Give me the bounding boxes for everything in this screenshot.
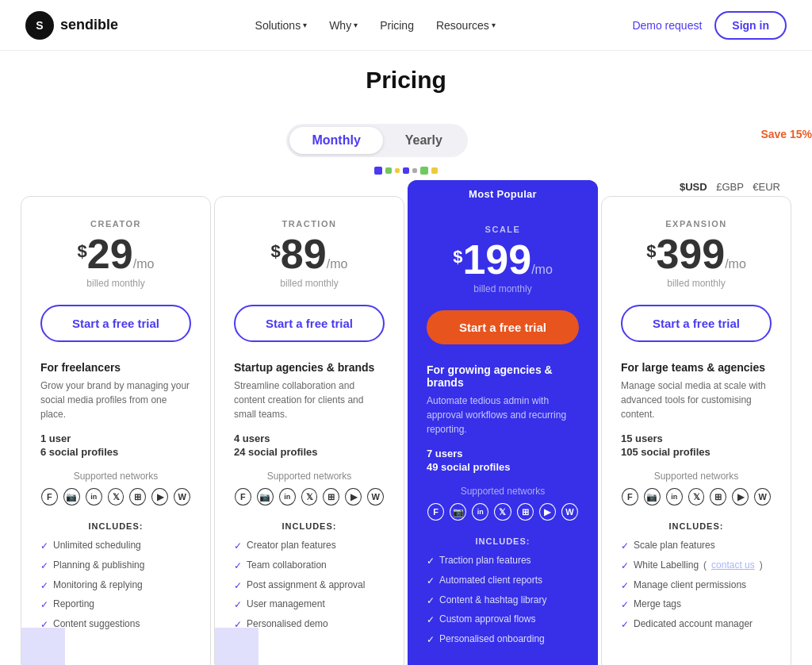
decorative-dots xyxy=(0,167,812,175)
feature-list-creator: ✓Unlimited scheduling ✓Planning & publis… xyxy=(40,539,191,632)
feature-item: ✓Team collaboration xyxy=(234,559,385,573)
plan-price-traction: $89/mo xyxy=(234,233,385,275)
sign-in-button[interactable]: Sign in xyxy=(714,11,787,40)
feature-item: ✓Merge tags xyxy=(621,598,772,612)
check-icon: ✓ xyxy=(40,540,48,553)
google-icon: ⊞ xyxy=(710,488,726,505)
plan-label-expansion: EXPANSION xyxy=(621,219,772,229)
youtube-icon: ▶ xyxy=(345,488,362,505)
chevron-down-icon: ▾ xyxy=(492,21,496,29)
facebook-icon: F xyxy=(41,488,58,505)
dot xyxy=(420,167,428,175)
feature-item: ✓Reporting xyxy=(40,598,191,612)
plan-profiles-expansion: 105 social profiles xyxy=(621,446,772,458)
plan-price-scale: $199/mo xyxy=(427,239,579,280)
check-icon: ✓ xyxy=(234,559,242,573)
feature-item: ✓Automated client reports xyxy=(427,574,579,588)
dot xyxy=(385,167,392,174)
plan-desc-expansion: Manage social media at scale with advanc… xyxy=(621,379,772,421)
plan-traction: TRACTION $89/mo billed monthly Start a f… xyxy=(214,196,404,665)
contact-us-link[interactable]: contact us xyxy=(711,559,755,572)
billed-note-scale: billed monthly xyxy=(427,283,579,294)
wordpress-icon: W xyxy=(561,503,578,521)
feature-item: ✓Dedicated account manager xyxy=(621,617,772,632)
dot xyxy=(431,167,438,174)
feature-item: ✓Creator plan features xyxy=(234,539,385,553)
instagram-icon: 📷 xyxy=(644,488,661,505)
includes-label-expansion: INCLUDES: xyxy=(621,521,772,531)
feature-list-expansion: ✓Scale plan features ✓White Labelling (c… xyxy=(621,539,772,632)
currency-gbp[interactable]: £GBP xyxy=(716,181,743,193)
feature-item: ✓Post assignment & approval xyxy=(234,579,385,593)
feature-item: ✓Custom approval flows xyxy=(427,613,579,627)
plan-profiles-scale: 49 social profiles xyxy=(427,461,579,473)
linkedin-icon: in xyxy=(472,503,488,521)
currency-usd[interactable]: $USD xyxy=(680,181,707,193)
trial-btn-traction[interactable]: Start a free trial xyxy=(234,305,385,342)
nav-resources[interactable]: Resources ▾ xyxy=(436,19,496,32)
check-icon: ✓ xyxy=(621,540,629,553)
feature-item: ✓Personalised onboarding xyxy=(427,632,579,647)
plan-price-creator: $29/mo xyxy=(40,233,191,275)
plan-label-creator: CREATOR xyxy=(40,219,191,229)
demo-request-link[interactable]: Demo request xyxy=(632,19,702,32)
network-icons-scale: F📷in𝕏⊞▶W xyxy=(427,503,579,521)
trial-btn-creator[interactable]: Start a free trial xyxy=(40,305,191,342)
popular-badge: Most Popular xyxy=(408,180,598,208)
currency-symbol: $ xyxy=(78,233,87,262)
blue-corner-decoration xyxy=(215,628,259,665)
network-icons-expansion: F📷in𝕏⊞▶W xyxy=(621,488,772,505)
trial-btn-scale[interactable]: Start a free trial xyxy=(427,310,579,344)
plan-users-traction: 4 users xyxy=(234,432,385,444)
nav-why[interactable]: Why ▾ xyxy=(329,19,358,32)
includes-label-scale: INCLUDES: xyxy=(427,536,579,546)
save-badge: Save 15% xyxy=(760,128,812,140)
facebook-icon: F xyxy=(622,488,638,505)
plan-desc-traction: Streamline collaboration and content cre… xyxy=(234,379,385,421)
twitter-icon: 𝕏 xyxy=(108,488,124,505)
navbar: S sendible Solutions ▾ Why ▾ Pricing Res… xyxy=(0,0,812,51)
network-icons-creator: F📷in𝕏⊞▶W xyxy=(40,488,191,505)
check-icon: ✓ xyxy=(621,598,629,612)
plan-desc-title-expansion: For large teams & agencies xyxy=(621,361,772,374)
currency-eur[interactable]: €EUR xyxy=(753,181,780,193)
plan-expansion: EXPANSION $399/mo billed monthly Start a… xyxy=(601,196,791,665)
wordpress-icon: W xyxy=(754,488,771,505)
google-icon: ⊞ xyxy=(517,503,534,521)
plan-label-scale: SCALE xyxy=(427,225,579,234)
twitter-icon: 𝕏 xyxy=(688,488,705,505)
feature-item: ✓Monitoring & replying xyxy=(40,579,191,593)
logo-text: sendible xyxy=(60,17,118,33)
yearly-toggle[interactable]: Yearly xyxy=(383,127,465,154)
monthly-toggle[interactable]: Monthly xyxy=(289,127,382,154)
check-icon: ✓ xyxy=(427,633,435,647)
google-icon: ⊞ xyxy=(323,488,339,505)
instagram-icon: 📷 xyxy=(257,488,274,505)
feature-item: ✓White Labelling (contact us) xyxy=(621,559,772,573)
facebook-icon: F xyxy=(427,503,444,521)
check-icon: ✓ xyxy=(40,579,48,593)
youtube-icon: ▶ xyxy=(539,503,556,521)
networks-label-expansion: Supported networks xyxy=(621,471,772,482)
plan-creator: CREATOR $29/mo billed monthly Start a fr… xyxy=(21,196,211,665)
check-icon: ✓ xyxy=(427,555,435,568)
logo[interactable]: S sendible xyxy=(25,11,118,40)
check-icon: ✓ xyxy=(427,613,435,627)
feature-item: ✓Content & hashtag library xyxy=(427,594,579,608)
trial-btn-expansion[interactable]: Start a free trial xyxy=(621,305,772,342)
instagram-icon: 📷 xyxy=(63,488,80,505)
includes-label-creator: INCLUDES: xyxy=(40,521,191,531)
youtube-icon: ▶ xyxy=(151,488,168,505)
nav-pricing[interactable]: Pricing xyxy=(380,19,414,32)
feature-list-traction: ✓Creator plan features ✓Team collaborati… xyxy=(234,539,385,632)
nav-solutions[interactable]: Solutions ▾ xyxy=(255,19,308,32)
billing-toggle: Monthly Yearly xyxy=(286,124,467,157)
chevron-down-icon: ▾ xyxy=(354,21,358,29)
check-icon: ✓ xyxy=(621,579,629,593)
chevron-down-icon: ▾ xyxy=(303,21,307,29)
dot xyxy=(403,167,409,174)
check-icon: ✓ xyxy=(234,598,242,612)
check-icon: ✓ xyxy=(40,559,48,573)
plan-desc-scale: Automate tedious admin with approval wor… xyxy=(427,394,579,436)
feature-item: ✓Traction plan features xyxy=(427,554,579,568)
